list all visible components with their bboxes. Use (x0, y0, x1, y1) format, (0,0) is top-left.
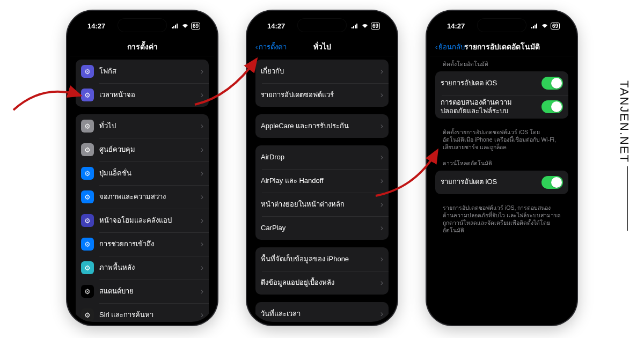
row-label: ภาพพื้นหลัง (99, 263, 195, 272)
settings-row[interactable]: ⚙การช่วยการเข้าถึง› (76, 232, 209, 256)
settings-row[interactable]: AppleCare และการรับประกัน› (255, 114, 389, 138)
back-button[interactable]: ‹ การตั้งค่า (255, 41, 287, 53)
settings-row[interactable]: หน้าต่างย่อยในหน้าต่างหลัก› (255, 193, 389, 216)
status-time: 14:27 (267, 22, 285, 30)
settings-row[interactable]: ⚙Siri และการค้นหา› (76, 303, 209, 322)
settings-row[interactable]: เกี่ยวกับ› (255, 60, 389, 83)
settings-row[interactable]: AirPlay และ Handoff› (255, 169, 389, 193)
row-label: Siri และการค้นหา (99, 311, 195, 319)
battery-icon: 69 (191, 23, 200, 30)
chevron-right-icon: › (201, 121, 203, 131)
row-label: จอภาพและความสว่าง (99, 193, 195, 201)
grid-icon: ⚙ (81, 214, 94, 227)
row-label: เวลาหน้าจอ (99, 91, 195, 99)
chevron-left-icon: ‹ (255, 43, 258, 51)
page-title: ทั่วไป (313, 41, 331, 53)
row-label: โฟกัส (99, 67, 195, 76)
settings-row[interactable]: ⚙สแตนด์บาย› (76, 280, 209, 303)
toggle-switch[interactable] (541, 176, 563, 189)
accessibility-icon: ⚙ (81, 238, 94, 251)
status-time: 14:27 (447, 22, 465, 30)
section-header-download: ดาวน์โหลดอัตโนมัติ (435, 159, 568, 171)
settings-row[interactable]: AirDrop› (255, 145, 389, 169)
chevron-right-icon: › (380, 254, 383, 264)
svg-rect-8 (531, 27, 532, 28)
wifi-icon (361, 23, 369, 28)
group-auto-download: รายการอัปเดต iOS (435, 171, 568, 194)
row-label: การช่วยการเข้าถึง (99, 240, 195, 248)
status-bar: 14:27 69 (430, 14, 574, 38)
nav-header: การตั้งค่า (70, 38, 214, 56)
settings-row[interactable]: รายการอัปเดตซอฟต์แวร์› (255, 83, 389, 107)
settings-row[interactable]: CarPlay› (255, 216, 389, 240)
svg-rect-2 (175, 25, 176, 28)
row-label: วันที่และเวลา (261, 310, 375, 318)
settings-row[interactable]: ⚙หน้าจอโฮมและคลังแอป› (76, 209, 209, 232)
settings-row[interactable]: ⚙ศูนย์ควบคุม› (76, 138, 209, 161)
chevron-right-icon: › (380, 278, 383, 288)
svg-rect-3 (177, 24, 178, 28)
svg-rect-7 (356, 24, 357, 28)
settings-row[interactable]: วันที่และเวลา› (255, 302, 389, 322)
chevron-right-icon: › (201, 216, 203, 225)
wifi-icon (181, 23, 189, 28)
row-label: ทั่วไป (99, 122, 195, 130)
back-label: การตั้งค่า (259, 41, 287, 53)
toggle-row: รายการอัปเดต iOS (435, 71, 568, 95)
settings-row[interactable]: ดึงข้อมูลแอปอยู่เบื้องหลัง› (255, 271, 389, 295)
chevron-right-icon: › (380, 309, 383, 319)
toggle-row: การตอบสนองด้านความปลอดภัยและไฟล์ระบบ (435, 95, 568, 119)
toggle-switch[interactable] (541, 100, 563, 113)
svg-rect-9 (533, 26, 534, 28)
settings-row[interactable]: ⚙จอภาพและความสว่าง› (76, 185, 209, 209)
chevron-right-icon: › (380, 200, 383, 209)
group-datetime: วันที่และเวลา›แป้นพิมพ์› (255, 302, 389, 322)
row-label: AppleCare และการรับประกัน (261, 122, 375, 130)
status-indicators: 69 (172, 23, 200, 30)
settings-group-main: ⚙ทั่วไป›⚙ศูนย์ควบคุม›⚙ปุ่มแอ็คชั่น›⚙จอภา… (76, 114, 209, 322)
settings-row[interactable]: ⚙โฟกัส› (76, 60, 209, 83)
svg-rect-10 (535, 25, 536, 28)
row-label: การตอบสนองด้านความปลอดภัยและไฟล์ระบบ (441, 98, 536, 116)
settings-row[interactable]: ⚙เวลาหน้าจอ› (76, 83, 209, 107)
row-label: AirPlay และ Handoff (261, 177, 375, 185)
row-label: หน้าต่างย่อยในหน้าต่างหลัก (261, 200, 375, 209)
toggle-switch[interactable] (541, 77, 563, 90)
wifi-icon (541, 23, 548, 28)
group-about: เกี่ยวกับ›รายการอัปเดตซอฟต์แวร์› (255, 60, 389, 107)
chevron-right-icon: › (201, 168, 203, 178)
settings-row[interactable]: ⚙ปุ่มแอ็คชั่น› (76, 161, 209, 185)
signal-icon (531, 23, 539, 28)
row-label: ปุ่มแอ็คชั่น (99, 169, 195, 178)
row-label: สแตนด์บาย (99, 287, 195, 296)
row-label: รายการอัปเดต iOS (441, 79, 536, 87)
group-applecare: AppleCare และการรับประกัน› (255, 114, 389, 138)
chevron-right-icon: › (201, 90, 203, 100)
watermark: TANJEN.NET (617, 80, 631, 163)
svg-rect-4 (352, 27, 353, 28)
switches-icon: ⚙ (81, 143, 94, 156)
toggle-row: รายการอัปเดต iOS (435, 171, 568, 194)
settings-row[interactable]: ⚙ทั่วไป› (76, 114, 209, 138)
group-storage: พื้นที่จัดเก็บข้อมูลของ iPhone›ดึงข้อมูล… (255, 247, 389, 295)
row-label: CarPlay (261, 224, 375, 232)
chevron-right-icon: › (380, 223, 383, 233)
row-label: ศูนย์ควบคุม (99, 145, 195, 154)
svg-rect-11 (536, 24, 537, 28)
battery-icon: 69 (551, 23, 560, 30)
settings-row[interactable]: พื้นที่จัดเก็บข้อมูลของ iPhone› (255, 247, 389, 271)
brightness-icon: ⚙ (81, 190, 94, 203)
chevron-right-icon: › (201, 239, 203, 249)
group-auto-install: รายการอัปเดต iOSการตอบสนองด้านความปลอดภั… (435, 71, 568, 119)
chevron-right-icon: › (380, 176, 383, 186)
wallpaper-icon: ⚙ (81, 261, 94, 274)
nav-header: ‹ ย้อนกลับ รายการอัปเดตอัตโนมัติ (430, 38, 574, 56)
section-header-install: ติดตั้งโดยอัตโนมัติ (435, 60, 568, 71)
moon-icon: ⚙ (81, 65, 94, 78)
back-button[interactable]: ‹ ย้อนกลับ (435, 41, 465, 53)
status-indicators: 69 (352, 23, 380, 30)
chevron-right-icon: › (201, 286, 203, 296)
settings-row[interactable]: ⚙ภาพพื้นหลัง› (76, 256, 209, 280)
status-bar: 14:27 69 (70, 14, 214, 38)
signal-icon (172, 23, 179, 28)
